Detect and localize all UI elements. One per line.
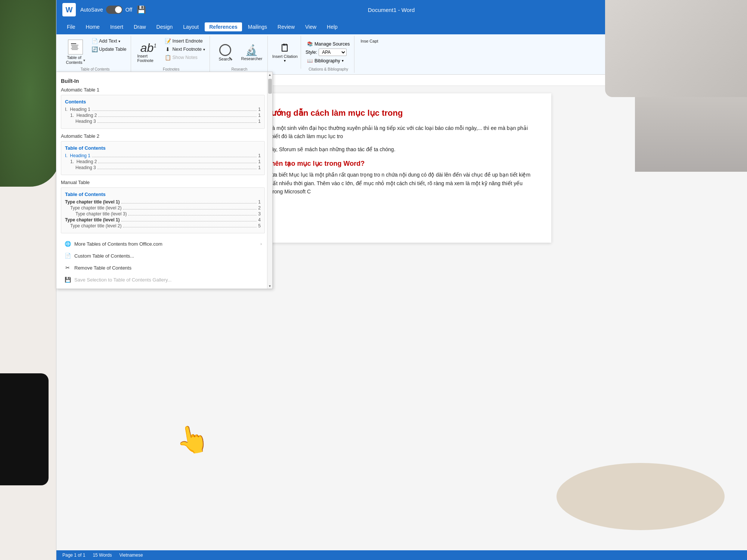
style-row: Style: APA MLA Chicago — [306, 49, 351, 56]
ribbon-group-footnotes: ab1 Insert Footnote 📝 Insert Endnote ⬇ N… — [133, 36, 210, 73]
svg-rect-3 — [72, 47, 78, 48]
auto1-entry-0: I. Heading 1 1 — [65, 107, 261, 112]
auto1-title: Contents — [65, 99, 261, 105]
menu-help[interactable]: Help — [322, 22, 342, 31]
show-notes-icon: 📋 — [165, 55, 171, 60]
svg-rect-1 — [71, 45, 78, 46]
autosave-toggle[interactable] — [106, 6, 123, 14]
update-table-button[interactable]: 🔄 Update Table — [90, 46, 128, 53]
ribbon-group-citations: 📚 Manage Sources Style: APA MLA Chicago … — [303, 36, 355, 73]
auto1-entry-1: 1. Heading 2 1 — [70, 113, 261, 118]
document-title: Document1 - Word — [151, 7, 632, 13]
custom-toc-link[interactable]: 📄 Custom Table of Contents... — [61, 250, 265, 262]
manual-entry-3: Type chapter title (level 1) 4 — [65, 217, 261, 223]
menu-review[interactable]: Review — [273, 22, 299, 31]
save-selection-icon: 💾 — [64, 276, 71, 283]
save-selection-link[interactable]: 💾 Save Selection to Table of Contents Ga… — [61, 274, 265, 286]
insert-footnote-label: Insert Footnote — [137, 54, 159, 63]
research-group-label: Research — [232, 67, 248, 71]
svg-rect-4 — [71, 48, 78, 49]
menu-home[interactable]: Home — [81, 22, 104, 31]
scroll-down-arrow[interactable]: ▼ — [267, 283, 273, 289]
doc-page: ướng dẫn cách làm mục lục trong là một s… — [252, 93, 551, 243]
word-logo: W — [62, 3, 76, 16]
svg-rect-0 — [71, 43, 76, 44]
citations-group-label: Citations & Bibliography — [309, 67, 348, 71]
more-tables-link[interactable]: 🌐 More Tables of Contents from Office.co… — [61, 238, 265, 250]
svg-rect-5 — [72, 49, 78, 50]
add-text-icon: 📄 — [92, 38, 97, 44]
manage-sources-icon: 📚 — [307, 41, 313, 47]
more-tables-label: More Tables of Contents from Office.com — [74, 241, 162, 247]
globe-icon: 🌐 — [64, 240, 71, 248]
ribbon-group-toc: Table of Contents ▾ 📄 Add Text ▾ 🔄 Up — [59, 36, 131, 73]
auto-table-2-option[interactable]: Table of Contents I. Heading 1 1 1. Head… — [61, 141, 265, 175]
insert-endnote-icon: 📝 — [165, 38, 171, 44]
remove-toc-label: Remove Table of Contents — [74, 265, 131, 271]
insert-footnote-button[interactable]: ab1 Insert Footnote — [136, 37, 161, 67]
ribbon-group-captions: Inse Capt — [356, 36, 382, 69]
doc-subheading: nên tạo mục lục trong Word? — [271, 159, 533, 168]
status-bar: Page 1 of 1 15 Words Vietnamese — [56, 550, 747, 560]
toc-dropdown-arrow: ▾ — [83, 58, 85, 62]
style-select[interactable]: APA MLA Chicago — [319, 49, 347, 56]
scroll-up-arrow[interactable]: ▲ — [267, 72, 273, 77]
auto2-title: Table of Contents — [65, 145, 261, 151]
remove-toc-icon: ✂ — [64, 264, 71, 271]
ribbon-group-research: Search 🔬 Researcher Research — [211, 36, 268, 73]
doc-heading-main: ướng dẫn cách làm mục lục trong — [271, 108, 533, 118]
show-notes-button[interactable]: 📋 Show Notes — [163, 54, 207, 61]
autosave-area: AutoSave Off — [80, 6, 132, 14]
manual-entry-2: Type chapter title (level 3) 3 — [75, 211, 261, 217]
words-info: 15 Words — [93, 553, 112, 558]
doc-para1: là một sinh viên đại học thường xuyên ph… — [271, 124, 533, 141]
menu-draw[interactable]: Draw — [129, 22, 151, 31]
auto2-entry-0: I. Heading 1 1 — [65, 153, 261, 158]
builtin-section-header: Built-In — [61, 78, 265, 84]
glasses-decoration — [557, 463, 725, 530]
dropdown-scrollbar[interactable]: ▲ ▼ — [267, 72, 272, 289]
laptop-decoration — [605, 0, 747, 97]
researcher-label: Researcher — [241, 56, 263, 61]
remove-toc-link[interactable]: ✂ Remove Table of Contents — [61, 262, 265, 274]
manage-sources-button[interactable]: 📚 Manage Sources — [306, 40, 351, 47]
custom-toc-label: Custom Table of Contents... — [74, 253, 134, 259]
toc-dropdown-panel: Built-In Automatic Table 1 Contents I. H… — [56, 72, 273, 289]
menu-view[interactable]: View — [301, 22, 321, 31]
auto1-entry-2: Heading 3 1 — [75, 119, 261, 124]
footnote-ab-text: ab — [140, 41, 154, 55]
manual-table-option[interactable]: Table of Contents Type chapter title (le… — [61, 187, 265, 233]
manual-entry-0: Type chapter title (level 1) 1 — [65, 199, 261, 205]
auto2-entry-1: 1. Heading 2 1 — [70, 159, 261, 164]
svg-rect-2 — [72, 46, 78, 47]
menu-file[interactable]: File — [62, 22, 80, 31]
toc-button[interactable]: Table of Contents ▾ — [62, 37, 89, 67]
insert-endnote-button[interactable]: 📝 Insert Endnote — [163, 37, 207, 45]
plant-decoration — [0, 0, 60, 187]
bibliography-icon: 📖 — [307, 58, 313, 63]
doc-para3: ừa biết Mục lục là một phần rất quan trọ… — [271, 171, 533, 196]
doc-para2: ây, Sforum sẽ mách bạn những thao tác để… — [271, 145, 533, 153]
update-table-icon: 🔄 — [92, 46, 97, 52]
add-text-button[interactable]: 📄 Add Text ▾ — [90, 37, 128, 45]
autosave-label: AutoSave — [80, 7, 103, 13]
menu-layout[interactable]: Layout — [179, 22, 203, 31]
next-footnote-button[interactable]: ⬇ Next Footnote ▾ — [163, 46, 207, 53]
researcher-button[interactable]: 🔬 Researcher — [239, 37, 264, 67]
insert-citation-button[interactable]: 🗒 Insert Citation ▾ — [272, 37, 298, 67]
phone-decoration — [0, 373, 49, 485]
menu-design[interactable]: Design — [152, 22, 177, 31]
toc-group-label: Table of Contents — [81, 67, 110, 71]
auto1-header: Automatic Table 1 — [61, 87, 265, 93]
menu-references[interactable]: References — [205, 22, 242, 31]
menu-insert[interactable]: Insert — [106, 22, 128, 31]
scroll-thumb[interactable] — [268, 79, 272, 94]
bibliography-button[interactable]: 📖 Bibliography ▾ — [306, 57, 351, 64]
save-button[interactable]: 💾 — [137, 5, 146, 14]
footnote-small-buttons: 📝 Insert Endnote ⬇ Next Footnote ▾ 📋 Sho… — [163, 37, 207, 61]
search-ribbon-button[interactable]: Search — [214, 37, 236, 67]
menu-mailings[interactable]: Mailings — [244, 22, 272, 31]
toc-icon — [68, 40, 83, 55]
toc-button-label: Table of Contents — [66, 55, 82, 65]
auto-table-1-option[interactable]: Contents I. Heading 1 1 1. Heading 2 1 H… — [61, 95, 265, 129]
